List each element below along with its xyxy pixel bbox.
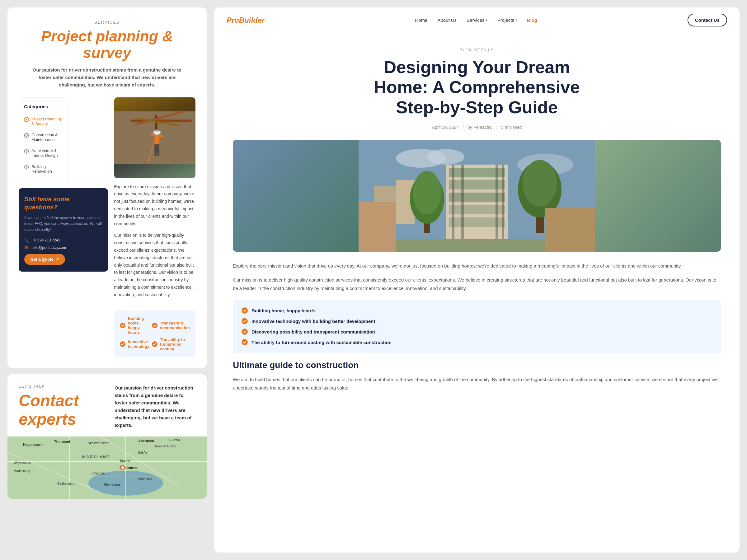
checkmark-1 xyxy=(121,324,124,327)
meta-divider-1: / xyxy=(463,125,464,130)
category-label-4: Building Renovation xyxy=(31,164,63,174)
nav-blog[interactable]: Blog xyxy=(527,18,537,23)
svg-text:Hagerstown: Hagerstown xyxy=(23,443,43,447)
blog-hero-svg xyxy=(233,140,721,252)
svg-rect-84 xyxy=(545,208,595,252)
category-icon-2 xyxy=(24,133,29,138)
category-label-3: Architecture & Interior Design xyxy=(31,149,63,158)
email-item: ✉ hello@pentaclay.com xyxy=(24,245,102,250)
services-card: SERVICES Project planning & survey Our p… xyxy=(7,7,207,368)
nav-projects-label: Projects xyxy=(497,18,514,23)
logo-bold: Builder xyxy=(239,16,265,24)
right-panel: ProBuilder Home About Us Services ▾ Proj… xyxy=(214,7,740,553)
questions-heading: Still have some questions? xyxy=(24,195,102,211)
category-icon-1 xyxy=(24,117,29,122)
nav-about[interactable]: About Us xyxy=(437,18,457,23)
left-sidebar-col: Categories Project Planning & Survey xyxy=(19,97,108,357)
questions-box: Still have some questions? If you cannot… xyxy=(19,188,108,272)
category-icon-3 xyxy=(24,149,29,154)
blog-feature-1: Building home, happy hearts xyxy=(241,308,712,314)
svg-text:Towson: Towson xyxy=(120,459,130,463)
nav-projects[interactable]: Projects ▾ xyxy=(497,18,517,23)
construction-svg xyxy=(114,97,196,178)
blog-details-label: BLOG DETAILS xyxy=(233,48,721,52)
contact-card-inner: LET'S TALK Contact experts Our passion f… xyxy=(7,374,207,429)
svg-rect-73 xyxy=(461,165,464,252)
svg-rect-28 xyxy=(154,144,157,156)
feature-item-1: Building home, happy hearts xyxy=(120,316,149,335)
category-label-1: Project Planning & Survey xyxy=(31,117,63,126)
checkmark-2 xyxy=(153,324,156,327)
phone-number: +8 624 713 7241 xyxy=(32,238,60,242)
blog-feature-4: The ability to turnaround costing with s… xyxy=(241,339,712,345)
svg-text:MARYLAND: MARYLAND xyxy=(82,455,110,459)
phone-item: 📞 +8 624 713 7241 xyxy=(24,238,102,243)
svg-point-3 xyxy=(26,135,27,136)
blog-feature-3: Discovering possibility and transparent … xyxy=(241,328,712,335)
blog-p2: Our mission is to deliver high-quality c… xyxy=(233,276,721,292)
blog-checkmark-1 xyxy=(243,309,246,312)
blog-date: April 19, 2024 xyxy=(432,125,459,130)
feature-label-1: Building home, happy hearts xyxy=(128,316,149,335)
feature-item-2: Transparent communication xyxy=(152,316,190,335)
logo: ProBuilder xyxy=(227,16,265,25)
svg-text:Westminster: Westminster xyxy=(88,441,109,445)
svg-rect-75 xyxy=(502,165,504,252)
blog-checkmark-2 xyxy=(243,320,246,322)
logo-italic: Pro xyxy=(227,16,239,24)
blog-feature-2: Innovative technology with building bett… xyxy=(241,318,712,324)
feature-label-3: Innovative technology xyxy=(128,340,149,349)
nav-services[interactable]: Services ▾ xyxy=(467,18,487,23)
contact-left: LET'S TALK Contact experts xyxy=(19,384,114,428)
contact-card: LET'S TALK Contact experts Our passion f… xyxy=(7,374,207,499)
feature-item-3: Innovative technology xyxy=(120,337,149,351)
blog-check-3 xyxy=(241,328,248,335)
main-service-content: Explore the core mission and vision that… xyxy=(114,97,196,357)
blog-title: Designing Your Dream Home: A Comprehensi… xyxy=(368,57,586,117)
projects-chevron-icon: ▾ xyxy=(515,18,517,22)
svg-text:Waynesboro: Waynesboro xyxy=(14,461,31,464)
blog-check-1 xyxy=(241,308,248,314)
category-item-2[interactable]: Construction & Maintenance xyxy=(24,129,63,145)
blog-feature-label-4: The ability to turnaround costing with s… xyxy=(252,340,391,345)
contact-us-button[interactable]: Contact Us xyxy=(688,14,727,26)
svg-rect-27 xyxy=(154,135,159,145)
blog-meta: April 19, 2024 / by Pentaclay / 5 min re… xyxy=(233,125,721,130)
check-icon-3 xyxy=(120,341,125,347)
categories-box: Categories Project Planning & Survey xyxy=(19,97,69,183)
blog-content-area: BLOG DETAILS Designing Your Dream Home: … xyxy=(214,33,740,553)
check-icon-2 xyxy=(152,323,157,328)
get-quote-button[interactable]: Get a Quote ↗ xyxy=(24,254,65,265)
feature-label-2: Transparent communication xyxy=(160,321,190,330)
questions-italic: questions? xyxy=(24,204,58,211)
nav-links: Home About Us Services ▾ Projects ▾ Blog xyxy=(277,18,675,23)
meta-divider-2: / xyxy=(496,125,497,130)
svg-rect-74 xyxy=(495,165,498,252)
category-item-4[interactable]: Building Renovation xyxy=(24,161,63,177)
svg-point-33 xyxy=(148,159,150,161)
svg-point-62 xyxy=(427,149,464,165)
blog-feature-label-1: Building home, happy hearts xyxy=(252,308,316,313)
services-title: Project planning & survey xyxy=(19,28,196,61)
email-address: hello@pentaclay.com xyxy=(30,245,66,250)
content-p1: Explore the core mission and vision that… xyxy=(114,183,196,228)
category-item-3[interactable]: Architecture & Interior Design xyxy=(24,145,63,161)
blog-hero-image xyxy=(233,140,721,252)
category-icon-4 xyxy=(24,165,29,169)
nav-home[interactable]: Home xyxy=(415,18,427,23)
blog-section-p: We aim to build homes that our clients c… xyxy=(233,375,721,392)
svg-text:Aberdeen: Aberdeen xyxy=(138,439,154,443)
service-content-text: Explore the core mission and vision that… xyxy=(114,183,196,303)
contact-description: Our passion for driver construction stem… xyxy=(114,384,196,429)
lets-talk-label: LET'S TALK xyxy=(19,384,114,389)
blog-check-4 xyxy=(241,339,248,345)
svg-text:Bel Air: Bel Air xyxy=(138,451,148,454)
check-icon-4 xyxy=(152,341,157,347)
svg-text:Elkton: Elkton xyxy=(169,438,180,442)
features-grid: Building home, happy hearts Transparent … xyxy=(114,311,196,357)
svg-point-1 xyxy=(26,118,27,120)
services-title-italic: planning xyxy=(96,28,158,45)
blog-section-title: Ultimate guide to construction xyxy=(233,360,721,370)
check-icon-1 xyxy=(120,323,125,328)
category-item-1[interactable]: Project Planning & Survey xyxy=(24,113,63,129)
